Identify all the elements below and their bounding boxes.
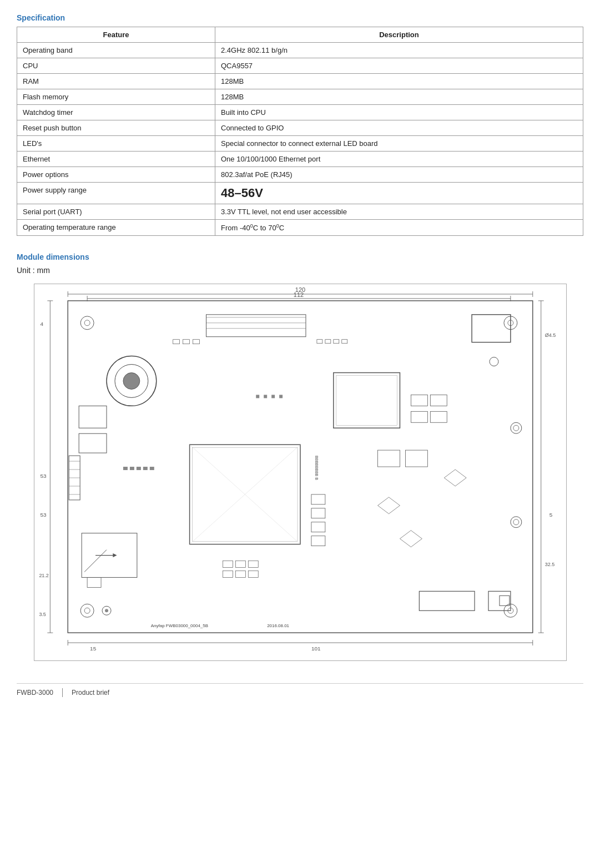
svg-rect-97	[235, 571, 245, 578]
svg-rect-90	[311, 508, 325, 518]
svg-rect-79	[271, 395, 275, 398]
feature-cell: Serial port (UART)	[17, 204, 215, 220]
svg-rect-55	[316, 340, 322, 344]
svg-point-28	[80, 316, 94, 330]
description-cell: QCA9557	[215, 58, 583, 74]
svg-rect-103	[123, 467, 127, 470]
svg-rect-52	[173, 340, 179, 344]
svg-point-32	[80, 604, 94, 618]
svg-text:4: 4	[40, 321, 43, 327]
feature-cell: Ethernet	[17, 152, 215, 167]
description-cell: Special connector to connect external LE…	[215, 136, 583, 152]
svg-rect-58	[341, 340, 347, 344]
svg-point-36	[510, 423, 521, 434]
description-cell: 2.4GHz 802.11 b/g/n	[215, 43, 583, 58]
svg-rect-92	[311, 536, 325, 546]
pcb-svg: 120 112 4 53 53 21.2 3.5 Ø4.	[34, 284, 566, 660]
table-row: Power options802.3af/at PoE (RJ45)	[17, 167, 583, 183]
specification-title: Specification	[17, 13, 583, 22]
col-description: Description	[215, 27, 583, 43]
svg-rect-57	[333, 340, 339, 344]
svg-rect-75	[377, 450, 400, 467]
svg-rect-106	[143, 467, 147, 470]
svg-text:21.2: 21.2	[39, 573, 48, 579]
svg-text:101: 101	[311, 645, 320, 652]
feature-cell: LED's	[17, 136, 215, 152]
feature-cell: Power options	[17, 167, 215, 183]
svg-text:2016.08.01: 2016.08.01	[267, 624, 289, 629]
description-cell: 48–56V	[215, 183, 583, 204]
svg-point-29	[84, 320, 90, 326]
svg-rect-47	[472, 315, 511, 342]
svg-marker-101	[444, 470, 466, 486]
svg-rect-56	[325, 340, 330, 344]
svg-text:BBBBBBBB B: BBBBBBBB B	[314, 456, 318, 480]
svg-rect-80	[279, 395, 283, 398]
pcb-diagram: 120 112 4 53 53 21.2 3.5 Ø4.	[34, 284, 567, 661]
table-row: Reset push buttonConnected to GPIO	[17, 120, 583, 136]
svg-rect-76	[405, 450, 427, 467]
table-row: Power supply range48–56V	[17, 183, 583, 204]
svg-rect-50	[333, 373, 400, 428]
description-cell: 128MB	[215, 89, 583, 105]
svg-rect-89	[311, 494, 325, 504]
svg-text:Ø4.5: Ø4.5	[544, 332, 555, 338]
svg-rect-53	[183, 340, 189, 344]
svg-text:53: 53	[40, 473, 47, 479]
svg-rect-51	[336, 376, 397, 426]
module-dimensions-section: Module dimensions Unit : mm 120 112 4 53	[17, 253, 583, 661]
svg-text:53: 53	[40, 512, 47, 518]
svg-rect-74	[430, 412, 447, 423]
svg-point-88	[105, 609, 108, 613]
svg-point-84	[489, 357, 498, 366]
description-cell: One 10/100/1000 Ethernet port	[215, 152, 583, 167]
svg-rect-95	[248, 561, 258, 568]
svg-rect-73	[411, 412, 427, 423]
table-row: LED'sSpecial connector to connect extern…	[17, 136, 583, 152]
feature-cell: CPU	[17, 58, 215, 74]
table-row: Serial port (UART)3.3V TTL level, not en…	[17, 204, 583, 220]
description-cell: 3.3V TTL level, not end user accessible	[215, 204, 583, 220]
description-cell: 128MB	[215, 74, 583, 89]
footer-divider	[62, 688, 63, 697]
feature-cell: Power supply range	[17, 183, 215, 204]
specification-table: Feature Description Operating band2.4GHz…	[17, 27, 583, 236]
feature-cell: Operating temperature range	[17, 220, 215, 236]
svg-text:5: 5	[549, 512, 552, 518]
unit-label: Unit : mm	[17, 266, 583, 275]
footer-label: Product brief	[72, 689, 109, 697]
feature-cell: Watchdog timer	[17, 105, 215, 120]
svg-rect-72	[430, 395, 447, 406]
svg-rect-93	[223, 561, 233, 568]
description-cell: Connected to GPIO	[215, 120, 583, 136]
svg-line-68	[84, 550, 107, 572]
feature-cell: Reset push button	[17, 120, 215, 136]
svg-rect-94	[235, 561, 245, 568]
table-row: Watchdog timerBuilt into CPU	[17, 105, 583, 120]
svg-text:3.5: 3.5	[39, 612, 46, 618]
page-footer: FWBD-3000 Product brief	[17, 683, 583, 697]
svg-rect-71	[411, 395, 427, 406]
svg-marker-100	[400, 531, 422, 547]
svg-rect-60	[79, 434, 107, 453]
svg-point-33	[84, 608, 90, 614]
svg-text:112: 112	[293, 291, 303, 298]
svg-rect-81	[419, 592, 475, 611]
svg-text:Anyfap FWB03000_0004_5B: Anyfap FWB03000_0004_5B	[150, 624, 208, 629]
svg-text:32.5: 32.5	[544, 562, 554, 568]
description-cell: 802.3af/at PoE (RJ45)	[215, 167, 583, 183]
table-row: RAM128MB	[17, 74, 583, 89]
svg-marker-99	[377, 497, 400, 514]
svg-rect-69	[87, 578, 101, 588]
svg-rect-104	[129, 467, 134, 470]
svg-rect-98	[248, 571, 258, 578]
svg-rect-83	[499, 596, 509, 606]
table-row: CPUQCA9557	[17, 58, 583, 74]
svg-point-38	[510, 517, 521, 528]
svg-point-37	[513, 426, 518, 431]
table-row: EthernetOne 10/100/1000 Ethernet port	[17, 152, 583, 167]
svg-point-39	[513, 519, 518, 525]
table-row: Flash memory128MB	[17, 89, 583, 105]
specification-section: Specification Feature Description Operat…	[17, 13, 583, 236]
svg-rect-43	[206, 315, 305, 337]
